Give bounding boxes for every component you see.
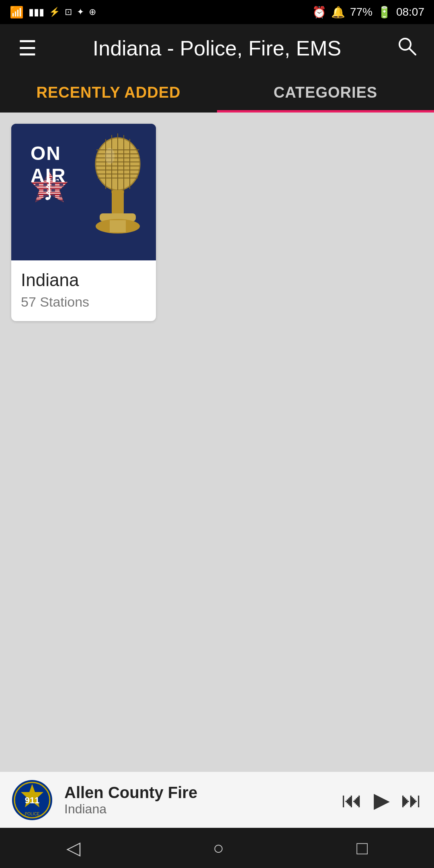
bluetooth-icon: ⚡: [49, 7, 60, 17]
app-header: ☰ Indiana - Police, Fire, EMS: [0, 24, 434, 72]
tab-categories[interactable]: CATEGORIES: [217, 72, 434, 113]
svg-text:911: 911: [25, 795, 40, 805]
search-button[interactable]: [394, 35, 420, 61]
card-image: ON AIR: [11, 124, 156, 260]
svg-rect-27: [110, 220, 126, 232]
svg-text:POLICE: POLICE: [25, 812, 40, 816]
bottom-nav: ◁ ○ □: [0, 828, 434, 868]
rewind-button[interactable]: ⏮: [342, 788, 362, 812]
svg-line-1: [409, 48, 416, 55]
nav-icon: ⊕: [89, 7, 96, 17]
bottom-player[interactable]: 911 POLICE Allen County Fire Indiana ⏮ ▶…: [0, 772, 434, 828]
play-button[interactable]: ▶: [374, 788, 390, 812]
player-info: Allen County Fire Indiana: [64, 784, 330, 817]
battery-text: 77%: [350, 6, 373, 18]
recent-apps-button[interactable]: □: [356, 837, 368, 859]
signal-icon: ▮▮▮: [29, 6, 44, 18]
status-bar-left: 📶 ▮▮▮ ⚡ ⊡ ✦ ⊕: [10, 6, 96, 19]
fast-forward-button[interactable]: ⏭: [401, 788, 422, 812]
svg-point-6: [45, 197, 49, 200]
status-bar-right: ⏰ 🔔 77% 🔋 08:07: [312, 6, 424, 19]
svg-text:AIR: AIR: [31, 165, 66, 186]
card-info: Indiana 57 Stations: [11, 260, 156, 321]
player-subtitle: Indiana: [64, 802, 330, 817]
svg-text:ON: ON: [31, 143, 61, 164]
back-button[interactable]: ◁: [66, 837, 80, 859]
player-thumbnail: 911 POLICE: [12, 780, 52, 820]
home-button[interactable]: ○: [213, 837, 224, 859]
player-controls: ⏮ ▶ ⏭: [342, 788, 422, 812]
player-title: Allen County Fire: [64, 784, 330, 802]
battery-icon: 🔋: [377, 6, 391, 19]
alarm-icon: ⏰: [312, 6, 326, 19]
page-title: Indiana - Police, Fire, EMS: [40, 36, 394, 60]
content-area: ON AIR: [0, 113, 434, 772]
card-subtitle: 57 Stations: [21, 294, 146, 310]
menu-button[interactable]: ☰: [14, 36, 40, 60]
star-icon: ✦: [77, 7, 84, 17]
wifi-icon: 📶: [10, 6, 24, 19]
tabs-container: RECENTLY ADDED CATEGORIES: [0, 72, 434, 113]
cast-icon: ⊡: [65, 7, 72, 17]
player-artwork: 911 POLICE: [12, 780, 52, 820]
card-artwork: ON AIR: [11, 124, 156, 260]
search-icon: [396, 35, 417, 56]
indiana-card[interactable]: ON AIR: [11, 124, 156, 321]
svg-rect-24: [112, 190, 124, 214]
svg-point-28: [105, 148, 115, 164]
status-bar: 📶 ▮▮▮ ⚡ ⊡ ✦ ⊕ ⏰ 🔔 77% 🔋 08:07: [0, 0, 434, 24]
tab-recently-added[interactable]: RECENTLY ADDED: [0, 72, 217, 113]
time-display: 08:07: [396, 6, 424, 18]
volume-icon: 🔔: [331, 6, 345, 19]
card-title: Indiana: [21, 270, 146, 290]
